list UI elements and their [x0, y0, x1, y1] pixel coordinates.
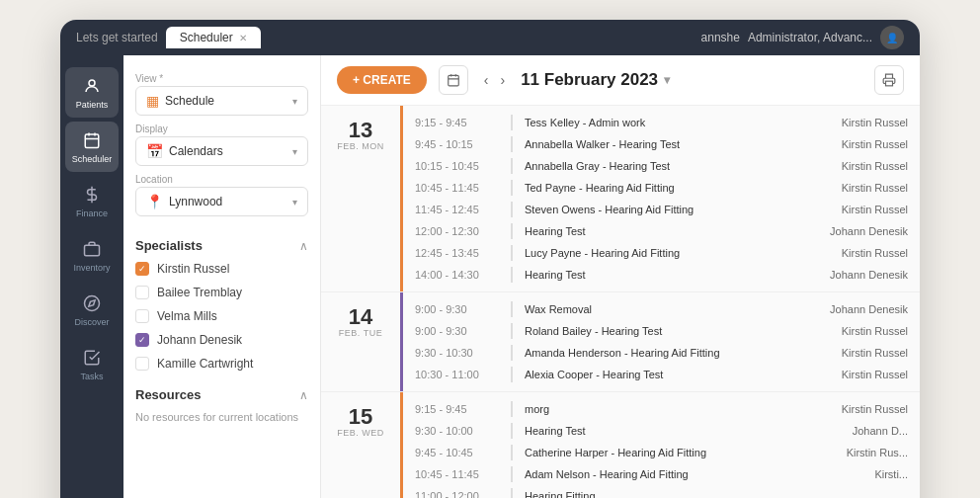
event-divider: [511, 245, 513, 261]
event-row[interactable]: 9:15 - 9:45 morg Kirstin Russel: [403, 398, 920, 420]
specialist-checkbox-0[interactable]: ✓: [135, 262, 149, 276]
specialist-checkbox-4[interactable]: [135, 357, 149, 371]
next-arrow[interactable]: ›: [496, 70, 509, 90]
event-provider: Kirstin Russel: [799, 182, 908, 194]
event-row[interactable]: 12:45 - 13:45 Lucy Payne - Hearing Aid F…: [403, 242, 920, 264]
nav-discover-label: Discover: [74, 317, 109, 327]
display-select[interactable]: 📅 Calendars ▾: [135, 136, 308, 166]
event-title: Annabella Gray - Hearing Test: [525, 160, 787, 172]
event-provider: ...: [799, 490, 908, 498]
svg-rect-6: [85, 245, 100, 256]
svg-rect-11: [449, 75, 459, 86]
event-time: 11:45 - 12:45: [415, 204, 499, 215]
create-button[interactable]: + CREATE: [337, 66, 427, 94]
display-icon: 📅: [146, 143, 163, 159]
event-row[interactable]: 9:00 - 9:30 Wax Removal Johann Denesik: [403, 298, 920, 320]
scheduler-icon: [81, 129, 103, 151]
chevron-down-icon-3: ▾: [292, 197, 297, 208]
view-value: Schedule: [165, 94, 214, 108]
calendar-icon-btn[interactable]: [439, 65, 468, 95]
event-time: 11:00 - 12:00: [415, 490, 499, 498]
event-title: Catherine Harper - Hearing Aid Fitting: [525, 447, 787, 458]
event-row[interactable]: 9:15 - 9:45 Tess Kelley - Admin work Kir…: [403, 112, 920, 133]
scheduler-tab[interactable]: Scheduler ✕: [166, 27, 261, 48]
prev-arrow[interactable]: ‹: [480, 70, 493, 90]
patients-icon: [81, 75, 103, 97]
event-title: Lucy Payne - Hearing Aid Fitting: [525, 247, 787, 259]
display-value: Calendars: [169, 144, 223, 158]
event-provider: Johann Denesik: [799, 303, 908, 315]
location-select[interactable]: 📍 Lynnwood ▾: [135, 187, 308, 216]
event-row[interactable]: 10:15 - 10:45 Annabella Gray - Hearing T…: [403, 155, 920, 177]
nav-inventory-label: Inventory: [73, 263, 110, 273]
app-window: Lets get started Scheduler ✕ annshe Admi…: [60, 20, 920, 498]
event-time: 9:00 - 9:30: [415, 303, 499, 315]
event-row[interactable]: 9:30 - 10:30 Amanda Henderson - Hearing …: [403, 342, 920, 364]
event-row[interactable]: 10:30 - 11:00 Alexia Cooper - Hearing Te…: [403, 364, 920, 385]
specialist-checkbox-1[interactable]: [135, 286, 149, 299]
sidebar-item-patients[interactable]: Patients: [65, 67, 119, 118]
event-row[interactable]: 9:00 - 9:30 Roland Bailey - Hearing Test…: [403, 320, 920, 342]
svg-point-0: [89, 80, 95, 86]
user-role: Administrator, Advanc...: [748, 31, 872, 44]
event-divider: [511, 423, 513, 439]
specialist-name-2: Velma Mills: [157, 309, 217, 323]
event-divider: [511, 267, 513, 283]
event-row[interactable]: 10:45 - 11:45 Ted Payne - Hearing Aid Fi…: [403, 177, 920, 199]
day-events: 9:15 - 9:45 morg Kirstin Russel 9:30 - 1…: [400, 392, 920, 498]
day-number: 14: [349, 306, 372, 328]
specialist-item-3[interactable]: ✓ Johann Denesik: [123, 328, 320, 352]
sidebar-item-finance[interactable]: Finance: [65, 176, 119, 226]
discover-icon: [81, 292, 103, 314]
avatar[interactable]: 👤: [880, 26, 904, 49]
event-row[interactable]: 9:45 - 10:15 Annabella Walker - Hearing …: [403, 133, 920, 155]
specialist-item-4[interactable]: Kamille Cartwright: [123, 352, 320, 375]
day-month: FEB. WED: [337, 428, 384, 438]
specialist-checkbox-2[interactable]: [135, 309, 149, 323]
event-provider: Kirstin Russel: [799, 247, 908, 259]
specialist-item-2[interactable]: Velma Mills: [123, 304, 320, 328]
event-title: Alexia Cooper - Hearing Test: [525, 369, 787, 380]
sidebar-item-inventory[interactable]: Inventory: [65, 230, 119, 281]
main-layout: Patients Scheduler Finance Inventory: [60, 55, 920, 498]
specialists-section: Specialists ∧: [123, 230, 320, 257]
event-divider: [511, 401, 513, 417]
event-title: Annabella Walker - Hearing Test: [525, 138, 787, 150]
event-row[interactable]: 9:30 - 10:00 Hearing Test Johann D...: [403, 420, 920, 442]
event-row[interactable]: 11:00 - 12:00 Hearing Fitting ...: [403, 485, 920, 498]
event-provider: Kirstin Rus...: [799, 447, 908, 458]
event-provider: Kirstin Russel: [799, 160, 908, 172]
event-row[interactable]: 9:45 - 10:45 Catherine Harper - Hearing …: [403, 442, 920, 463]
event-row[interactable]: 11:45 - 12:45 Steven Owens - Hearing Aid…: [403, 199, 920, 220]
event-row[interactable]: 10:45 - 11:45 Adam Nelson - Hearing Aid …: [403, 463, 920, 485]
view-label: View *: [135, 73, 308, 84]
specialist-item-0[interactable]: ✓ Kirstin Russel: [123, 257, 320, 281]
chevron-down-icon-2: ▾: [292, 146, 297, 157]
lets-get-started-label: Lets get started: [76, 31, 158, 44]
nav-tasks-label: Tasks: [80, 372, 103, 381]
specialists-toggle-icon[interactable]: ∧: [299, 239, 308, 253]
sidebar-item-tasks[interactable]: Tasks: [65, 339, 119, 389]
event-divider: [511, 180, 513, 196]
svg-rect-15: [886, 81, 893, 86]
location-value: Lynnwood: [169, 195, 222, 208]
day-events: 9:00 - 9:30 Wax Removal Johann Denesik 9…: [400, 292, 920, 391]
resources-title: Resources: [135, 387, 201, 402]
date-display[interactable]: 11 February 2023 ▾: [521, 70, 670, 90]
event-row[interactable]: 14:00 - 14:30 Hearing Test Johann Denesi…: [403, 264, 920, 286]
close-icon[interactable]: ✕: [239, 33, 247, 43]
event-title: morg: [525, 403, 787, 415]
event-row[interactable]: 12:00 - 12:30 Hearing Test Johann Denesi…: [403, 220, 920, 242]
specialist-item-1[interactable]: Bailee Tremblay: [123, 281, 320, 304]
resources-toggle-icon[interactable]: ∧: [299, 388, 308, 402]
event-time: 9:30 - 10:30: [415, 347, 499, 359]
sidebar-item-scheduler[interactable]: Scheduler: [65, 122, 119, 172]
event-provider: Kirstin Russel: [799, 204, 908, 215]
view-select[interactable]: ▦ Schedule ▾: [135, 86, 308, 116]
display-label: Display: [135, 124, 308, 134]
event-time: 10:45 - 11:45: [415, 182, 499, 194]
specialist-checkbox-3[interactable]: ✓: [135, 333, 149, 347]
title-bar: Lets get started Scheduler ✕ annshe Admi…: [60, 20, 920, 55]
print-button[interactable]: [874, 65, 904, 95]
sidebar-item-discover[interactable]: Discover: [65, 285, 119, 335]
